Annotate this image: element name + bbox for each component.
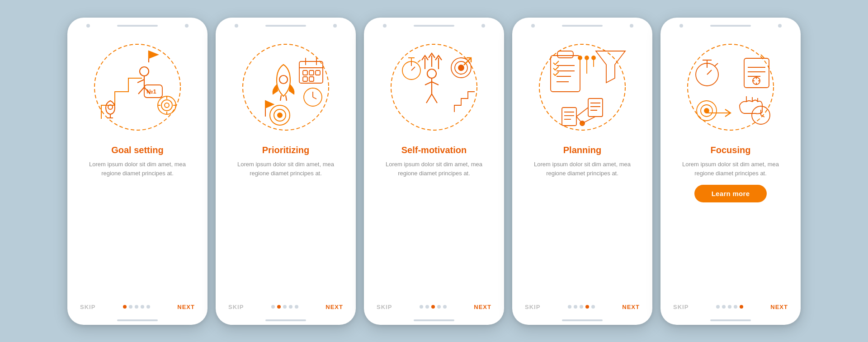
home-bar-4 — [562, 319, 603, 321]
next-button-1[interactable]: NEXT — [177, 304, 195, 310]
notch-dot — [185, 24, 189, 28]
svg-point-59 — [458, 65, 464, 70]
svg-line-47 — [432, 94, 437, 103]
svg-line-22 — [280, 95, 281, 101]
next-button-3[interactable]: NEXT — [474, 304, 491, 310]
svg-point-84 — [585, 56, 589, 60]
svg-line-80 — [582, 117, 595, 123]
skip-button-2[interactable]: SKIP — [228, 304, 244, 310]
svg-point-1 — [140, 67, 149, 76]
phone-focusing: Focusing Lorem ipsum dolor sit dim amet,… — [660, 18, 801, 325]
dot — [716, 305, 720, 309]
notch-dot — [86, 24, 90, 28]
skip-button-5[interactable]: SKIP — [673, 304, 689, 310]
svg-line-77 — [576, 108, 588, 117]
dot — [141, 305, 144, 309]
dot — [437, 305, 441, 309]
notch-dot — [531, 24, 535, 28]
phone-dots-1 — [123, 305, 150, 309]
dot — [420, 305, 423, 309]
svg-point-110 — [704, 108, 709, 113]
svg-rect-62 — [551, 56, 580, 92]
phone-prioritizing: Prioritizing Lorem ipsum dolor sit dim a… — [216, 18, 356, 325]
phone-notch-bar-3 — [364, 18, 504, 29]
svg-line-79 — [576, 117, 582, 123]
notch-line — [117, 25, 158, 27]
svg-point-13 — [165, 103, 169, 108]
phone-dots-2 — [271, 305, 298, 309]
svg-marker-68 — [596, 51, 625, 83]
svg-line-56 — [418, 60, 420, 62]
dot-active — [431, 305, 435, 309]
svg-rect-69 — [562, 108, 576, 126]
phone-bottom-2: SKIP NEXT — [216, 304, 356, 310]
dot — [580, 305, 583, 309]
next-button-4[interactable]: NEXT — [622, 304, 640, 310]
dot — [289, 305, 292, 309]
dot — [425, 305, 429, 309]
next-button-5[interactable]: NEXT — [770, 304, 788, 310]
dot — [129, 305, 132, 309]
notch-line — [414, 25, 454, 27]
svg-point-21 — [279, 75, 288, 84]
dot — [135, 305, 138, 309]
svg-line-4 — [138, 87, 144, 94]
svg-rect-32 — [309, 77, 314, 81]
svg-line-93 — [714, 63, 718, 66]
next-button-2[interactable]: NEXT — [326, 304, 343, 310]
svg-line-3 — [137, 80, 144, 83]
notch-line — [710, 25, 751, 27]
svg-rect-63 — [557, 51, 573, 58]
dot — [728, 305, 731, 309]
dot — [574, 305, 577, 309]
goal-setting-illustration: №1 — [83, 33, 192, 141]
phone-bottom-4: SKIP NEXT — [512, 304, 652, 310]
learn-more-button[interactable]: Learn more — [694, 185, 767, 202]
phone-notch-bar-1 — [67, 18, 208, 29]
phone-dots-5 — [716, 305, 743, 309]
self-motivation-illustration — [380, 33, 488, 141]
svg-point-42 — [427, 69, 436, 78]
dot — [443, 305, 447, 309]
dot-active — [585, 305, 589, 309]
phone-notch-bar-4 — [512, 18, 652, 29]
notch-dot — [630, 24, 633, 28]
svg-point-38 — [278, 113, 282, 117]
svg-rect-30 — [316, 70, 320, 75]
svg-point-86 — [592, 56, 595, 60]
phone-text-2: Lorem ipsum dolor sit dim amet, mea regi… — [216, 160, 356, 179]
dot — [271, 305, 275, 309]
skip-button-4[interactable]: SKIP — [525, 304, 540, 310]
skip-button-3[interactable]: SKIP — [377, 304, 392, 310]
svg-rect-28 — [303, 70, 307, 75]
focusing-illustration — [676, 33, 785, 141]
dot-active — [740, 305, 743, 309]
notch-dot — [481, 24, 485, 28]
phone-bottom-3: SKIP NEXT — [364, 304, 504, 310]
skip-button-1[interactable]: SKIP — [80, 304, 95, 310]
phone-bottom-5: SKIP NEXT — [660, 304, 801, 310]
dot — [722, 305, 726, 309]
prioritizing-illustration — [231, 33, 340, 141]
notch-dot — [778, 24, 782, 28]
notch-dot — [383, 24, 387, 28]
svg-marker-40 — [265, 101, 274, 108]
svg-point-61 — [539, 44, 625, 130]
phone-bottom-1: SKIP NEXT — [67, 304, 208, 310]
phone-notch-bar-2 — [216, 18, 356, 29]
notch-dot — [333, 24, 337, 28]
dot — [568, 305, 571, 309]
phone-title-4: Planning — [563, 145, 601, 155]
phone-text-5: Lorem ipsum dolor sit dim amet, mea regi… — [660, 160, 801, 179]
phone-planning: Planning Lorem ipsum dolor sit dim amet,… — [512, 18, 652, 325]
dot-active — [277, 305, 281, 309]
svg-rect-29 — [309, 70, 314, 75]
svg-line-46 — [426, 94, 432, 103]
phone-notch-bar-5 — [660, 18, 801, 29]
home-bar-3 — [414, 319, 454, 321]
svg-line-35 — [313, 97, 316, 99]
phone-title-2: Prioritizing — [262, 145, 309, 155]
home-bar-2 — [265, 319, 306, 321]
phones-container: №1 Goal setting Lorem ipsum dolor sit di… — [67, 18, 801, 325]
phone-text-3: Lorem ipsum dolor sit dim amet, mea regi… — [364, 160, 504, 179]
